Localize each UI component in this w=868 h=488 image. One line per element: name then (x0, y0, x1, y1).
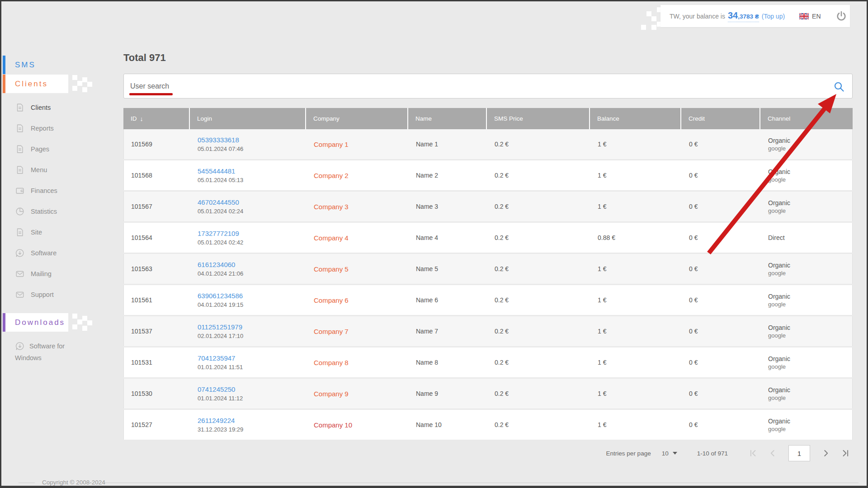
login-link[interactable]: 2611249224 (198, 417, 235, 424)
column-header-balance[interactable]: Balance (590, 108, 681, 129)
login-link[interactable]: 6161234060 (198, 261, 235, 268)
prev-page-button[interactable] (766, 446, 779, 460)
page-size-select[interactable]: 10 (662, 450, 677, 457)
cell-channel: Organicgoogle (761, 386, 852, 401)
table-row[interactable]: 101563 6161234060 04.01.2024 21:06 Compa… (123, 254, 853, 284)
pixel-decoration-clients (68, 75, 94, 94)
cell-company[interactable]: Company 9 (307, 390, 409, 398)
language-switcher[interactable]: EN (799, 13, 821, 20)
entries-per-page-label: Entries per page (606, 450, 651, 457)
cell-sms-price: 0.2 € (487, 203, 590, 210)
sidebar-section-downloads[interactable]: Downloads (3, 313, 68, 332)
doc-icon (15, 227, 25, 237)
sidebar-item-label: Statistics (31, 208, 57, 215)
topbar: TW, your balance is 34,3783 ₴ (Top up) E… (660, 5, 850, 27)
sidebar-item-menu[interactable]: Menu (1, 160, 96, 180)
logout-button[interactable] (835, 10, 847, 23)
column-header-id[interactable]: ID↓ (123, 108, 190, 129)
cell-login: 0741245250 01.01.2024 11:12 (190, 385, 307, 402)
sidebar-item-mailing[interactable]: Mailing (1, 263, 96, 284)
sidebar-item-software[interactable]: Software (1, 243, 96, 263)
language-label: EN (812, 13, 821, 20)
table-row[interactable]: 101569 05393333618 05.01.2024 07:46 Comp… (123, 129, 853, 159)
cell-login: 46702444550 05.01.2024 02:24 (190, 198, 307, 215)
cell-login: 05393333618 05.01.2024 07:46 (190, 136, 307, 152)
column-header-credit[interactable]: Credit (681, 108, 760, 129)
cell-balance: 1 € (590, 328, 682, 335)
footer-divider-right (104, 483, 859, 483)
next-page-button[interactable] (819, 446, 833, 460)
login-link[interactable]: 639061234586 (198, 292, 243, 300)
sidebar-section-sms[interactable]: SMS (3, 56, 68, 74)
sidebar-item-statistics[interactable]: Statistics (1, 201, 96, 222)
login-link[interactable]: 17327772109 (198, 230, 239, 237)
cell-name: Name 8 (409, 359, 487, 366)
table-row[interactable]: 101530 0741245250 01.01.2024 11:12 Compa… (123, 379, 853, 408)
sidebar-section-clients[interactable]: Clients (3, 75, 68, 93)
sidebar-item-clients[interactable]: Clients (1, 97, 96, 118)
login-link[interactable]: 5455444481 (198, 167, 235, 175)
table-row[interactable]: 101527 2611249224 31.12.2023 19:29 Compa… (123, 410, 853, 440)
cell-company[interactable]: Company 4 (307, 234, 409, 242)
bubble-down-icon (15, 248, 25, 258)
clients-section-label: Clients (15, 80, 48, 89)
cell-id: 101531 (124, 359, 190, 366)
login-link[interactable]: 46702444550 (198, 198, 239, 206)
search-button[interactable] (833, 81, 845, 93)
cell-company[interactable]: Company 2 (307, 172, 409, 179)
table-row[interactable]: 101561 639061234586 04.01.2024 19:15 Com… (123, 285, 853, 315)
cell-company[interactable]: Company 7 (307, 328, 409, 335)
cell-balance: 1 € (590, 296, 682, 304)
cell-credit: 0 € (682, 141, 761, 148)
cell-channel: Organicgoogle (761, 262, 852, 277)
last-page-icon (841, 448, 851, 458)
table-row[interactable]: 101567 46702444550 05.01.2024 02:24 Comp… (123, 192, 853, 221)
mail-icon (15, 269, 25, 279)
table-row[interactable]: 101564 17327772109 05.01.2024 02:42 Comp… (123, 223, 853, 253)
column-header-company[interactable]: Company (306, 108, 408, 129)
column-header-label: Name (415, 115, 432, 122)
cell-company[interactable]: Company 8 (307, 359, 409, 366)
first-page-button[interactable] (746, 446, 760, 460)
sidebar-item-pages[interactable]: Pages (1, 139, 96, 160)
cell-credit: 0 € (682, 328, 761, 335)
sidebar-item-site[interactable]: Site (1, 222, 96, 243)
page-number-input[interactable] (788, 445, 810, 461)
login-date: 01.01.2024 11:12 (198, 395, 307, 402)
sort-descending-icon: ↓ (140, 115, 143, 122)
table-row[interactable]: 101537 011251251979 02.01.2024 17:10 Com… (123, 316, 853, 346)
download-bubble-icon (15, 341, 25, 351)
column-header-name[interactable]: Name (408, 108, 487, 129)
sidebar-item-finances[interactable]: Finances (1, 180, 96, 201)
cell-company[interactable]: Company 6 (307, 296, 409, 304)
sidebar-item-support[interactable]: Support (1, 284, 96, 305)
column-header-sms-price[interactable]: SMS Price (487, 108, 590, 129)
cell-name: Name 10 (409, 421, 487, 428)
last-page-button[interactable] (839, 446, 853, 460)
sidebar-item-reports[interactable]: Reports (1, 118, 96, 139)
login-link[interactable]: 011251251979 (198, 323, 242, 331)
login-link[interactable]: 7041235947 (198, 354, 235, 362)
page-nav (746, 445, 853, 461)
sidebar-menu: ClientsReportsPagesMenuFinancesStatistic… (1, 97, 96, 305)
top-up-link[interactable]: (Top up) (762, 13, 785, 20)
cell-company[interactable]: Company 5 (307, 265, 409, 273)
sidebar-item-label: Pages (31, 145, 49, 153)
balance-value[interactable]: 34,3783 ₴ (728, 10, 759, 22)
search-input[interactable] (130, 74, 826, 98)
cell-company[interactable]: Company 3 (307, 203, 409, 211)
search-icon (833, 81, 845, 93)
cell-login: 011251251979 02.01.2024 17:10 (190, 323, 307, 339)
column-header-channel[interactable]: Channel (760, 108, 853, 129)
caret-down-icon (673, 452, 677, 455)
table-row[interactable]: 101568 5455444481 05.01.2024 05:13 Compa… (123, 160, 853, 190)
sidebar-item-software-for-windows[interactable]: Software for Windows (15, 340, 76, 364)
column-header-login[interactable]: Login (190, 108, 306, 129)
login-link[interactable]: 0741245250 (198, 385, 235, 393)
mail-icon (15, 290, 25, 300)
login-link[interactable]: 05393333618 (198, 136, 239, 144)
table-row[interactable]: 101531 7041235947 01.01.2024 11:51 Compa… (123, 347, 853, 377)
cell-company[interactable]: Company 1 (307, 141, 409, 148)
app-window: TW, your balance is 34,3783 ₴ (Top up) E… (0, 0, 868, 488)
cell-company[interactable]: Company 10 (307, 421, 409, 429)
